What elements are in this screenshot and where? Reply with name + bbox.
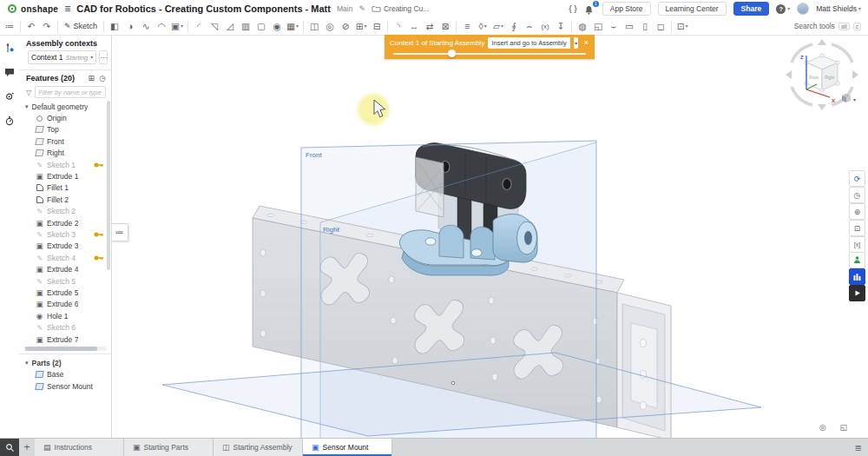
tab-feature-icon[interactable]: ▯ — [637, 19, 653, 34]
learning-center-button[interactable]: Learning Center — [658, 2, 727, 16]
insert-and-go-button[interactable]: Insert and go to Assembly — [488, 37, 569, 49]
tree-item-sketch3[interactable]: ✎Sketch 3 — [19, 228, 111, 240]
tree-item-extrude3[interactable]: ▣Extrude 3 — [19, 241, 111, 252]
document-location[interactable]: Creating Cu... — [372, 4, 429, 13]
loft-icon[interactable]: ◠ — [154, 19, 169, 34]
search-tabs-button[interactable] — [0, 439, 19, 456]
capture-extension-icon[interactable]: ⊡ — [849, 220, 865, 236]
user-avatar[interactable] — [797, 3, 809, 15]
tree-item-right-plane[interactable]: Right — [19, 148, 111, 159]
tree-item-hole1[interactable]: ◉Hole 1 — [19, 310, 111, 321]
right-plane-label[interactable]: Right — [323, 226, 339, 234]
sketch-button[interactable]: ✎ Sketch — [61, 19, 101, 34]
tree-item-top-plane[interactable]: Top — [19, 124, 111, 135]
tree-horizontal-scrollbar[interactable] — [23, 347, 107, 351]
gesture-extension-icon[interactable]: ⊛ — [849, 203, 865, 220]
stats-icon[interactable] — [849, 268, 865, 285]
context-more-button[interactable]: ⋯ — [99, 50, 108, 64]
tree-item-sketch6[interactable]: ✎Sketch 6 — [19, 321, 111, 333]
modify-fillet-icon[interactable]: ◝ — [391, 19, 406, 34]
sheet-metal-icon[interactable]: ◱ — [590, 19, 606, 34]
feature-filter-input[interactable] — [35, 86, 106, 98]
onshape-logo[interactable]: onshape — [7, 3, 58, 14]
panel-collapse-button[interactable]: ≔ — [110, 223, 128, 241]
tree-group-default-geometry[interactable]: ▾Default geometry — [19, 101, 111, 112]
move-face-icon[interactable]: ↔ — [406, 19, 422, 34]
tree-item-origin[interactable]: Origin — [19, 112, 111, 123]
tree-item-extrude4[interactable]: ▣Extrude 4 — [19, 263, 111, 274]
tree-scrollbar[interactable] — [107, 101, 110, 270]
appearance-icon[interactable]: ◍ — [575, 19, 590, 34]
rib-icon[interactable]: ▥ — [238, 19, 253, 34]
new-tab-button[interactable]: + — [19, 439, 35, 456]
rollback-icon[interactable]: ◷ — [99, 74, 106, 83]
tab-manager-icon[interactable]: ≣ — [849, 439, 868, 456]
presenter-icon[interactable] — [849, 252, 865, 268]
branch-name[interactable]: Main — [337, 4, 352, 13]
offset-surface-icon[interactable]: ≡ — [459, 19, 475, 34]
feature-list-toggle-icon[interactable]: ≔ — [2, 19, 17, 34]
versions-icon[interactable]: ✎ — [358, 4, 365, 13]
revolve-icon[interactable]: ◑ — [122, 19, 138, 34]
ghost-bracket-part[interactable] — [416, 157, 444, 217]
featurescript-icon[interactable]: { } — [569, 4, 577, 13]
mirror-icon[interactable]: ◫ — [306, 19, 322, 34]
replace-face-icon[interactable]: ⇄ — [422, 19, 437, 34]
tree-item-sketch4[interactable]: ✎Sketch 4 — [19, 252, 111, 263]
tree-item-sketch2[interactable]: ✎Sketch 2 — [19, 206, 111, 217]
frame-icon[interactable]: ◻ — [653, 19, 668, 34]
tree-item-sketch5[interactable]: ✎Sketch 5 — [19, 275, 111, 287]
versions-graph-icon[interactable] — [3, 42, 16, 54]
sync-extension-icon[interactable]: ⟳ — [849, 170, 865, 187]
tree-item-front-plane[interactable]: Front — [19, 135, 111, 147]
shell-icon[interactable]: ▢ — [253, 19, 269, 34]
tree-item-part-base[interactable]: Base — [19, 369, 111, 380]
undo-icon[interactable]: ↶ — [23, 19, 39, 34]
tree-item-sketch1[interactable]: ✎Sketch 1 — [19, 159, 111, 170]
context-select[interactable]: Context 1 Starting ▾ — [28, 50, 96, 64]
model-canvas[interactable]: Front Right Front Right Z X — [111, 35, 868, 439]
hole-icon[interactable]: ◉ — [269, 19, 285, 34]
front-plane-label[interactable]: Front — [306, 151, 322, 159]
notifications-button[interactable]: 1 — [584, 3, 595, 15]
custom-feature-icon[interactable]: ⊡▾ — [674, 19, 690, 34]
split-icon[interactable]: ⊘ — [338, 19, 353, 34]
slider-handle[interactable] — [448, 50, 456, 57]
thicken-icon[interactable]: ▣▾ — [169, 19, 185, 34]
helix-icon[interactable]: ∮ — [506, 19, 522, 34]
parts-group[interactable]: ▾ Parts (2) — [19, 357, 111, 368]
origin-marker[interactable] — [451, 381, 455, 385]
view-options-button[interactable]: ▾ — [842, 94, 856, 102]
tab-instructions[interactable]: ▤ Instructions — [35, 439, 124, 456]
linear-pattern-icon[interactable]: ▦▾ — [285, 19, 300, 34]
bend-icon[interactable]: ⌣ — [606, 19, 621, 34]
flatten-icon[interactable]: ▭ — [621, 19, 637, 34]
user-menu[interactable]: Matt Shields ▾ — [816, 4, 861, 13]
comments-icon[interactable] — [3, 66, 16, 78]
draft-icon[interactable]: ◿ — [222, 19, 238, 34]
delete-face-icon[interactable]: ⊠ — [437, 19, 453, 34]
projected-curve-icon[interactable]: ⌢ — [522, 19, 537, 34]
section-view-icon[interactable]: ◎ — [819, 423, 826, 432]
tab-sensor-mount[interactable]: ▣ Sensor Mount — [303, 439, 392, 456]
context-timeline-slider[interactable] — [385, 50, 595, 59]
insert-folder-icon[interactable]: ⊞ — [89, 74, 95, 83]
fill-surface-icon[interactable]: ▱▾ — [490, 19, 506, 34]
video-icon[interactable] — [849, 285, 865, 301]
tree-item-extrude7[interactable]: ▣Extrude 7 — [19, 334, 111, 345]
chamfer-icon[interactable]: ◹ — [207, 19, 222, 34]
tree-item-fillet1[interactable]: Fillet 1 — [19, 182, 111, 194]
tab-starting-parts[interactable]: ▣ Starting Parts — [124, 439, 214, 456]
tree-item-extrude6[interactable]: ▣Extrude 6 — [19, 299, 111, 310]
tree-item-extrude5[interactable]: ▣Extrude 5 — [19, 287, 111, 298]
variable-icon[interactable]: (x) — [537, 19, 553, 34]
help-menu[interactable]: ? ▾ — [776, 4, 790, 14]
tab-starting-assembly[interactable]: ◫ Starting Assembly — [214, 439, 303, 456]
code-extension-icon[interactable]: [x] — [849, 236, 865, 253]
redo-icon[interactable]: ↷ — [39, 19, 55, 34]
history-icon[interactable] — [3, 115, 16, 127]
tree-item-part-sensor-mount[interactable]: Sensor Mount — [19, 380, 111, 392]
import-derived-icon[interactable]: ↧ — [553, 19, 569, 34]
boundary-surface-icon[interactable]: ◊▾ — [475, 19, 490, 34]
history-extension-icon[interactable]: ◷ — [849, 187, 865, 203]
